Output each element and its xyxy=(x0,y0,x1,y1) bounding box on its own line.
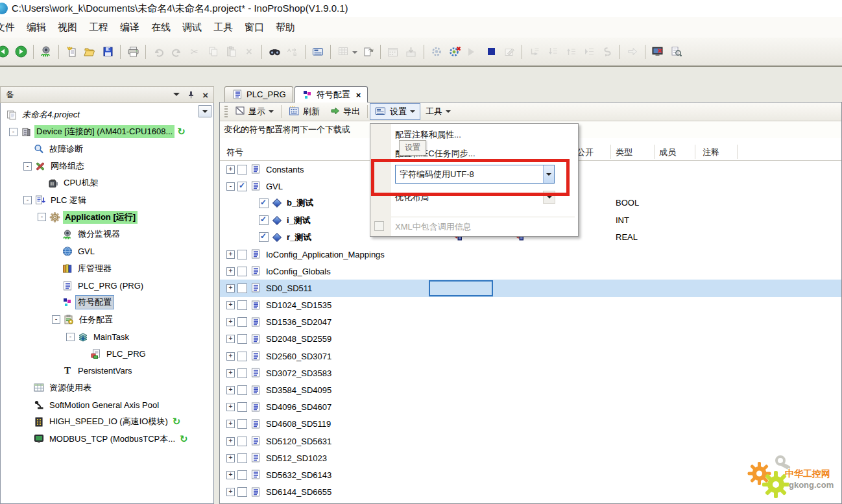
tree-node-persistentvars[interactable]: TPersistentVars xyxy=(1,362,213,379)
collapse-expander-icon[interactable]: - xyxy=(52,315,60,324)
menu-item-6[interactable]: 在线 xyxy=(145,19,176,36)
tree-node-device-am401-cpu1608-[interactable]: -Device [连接的] (AM401-CPU1608...↻ xyxy=(1,123,213,140)
expand-icon[interactable]: + xyxy=(226,437,235,446)
symbol-checkbox[interactable] xyxy=(237,352,247,361)
symbol-checkbox[interactable] xyxy=(237,385,247,395)
logout-icon[interactable] xyxy=(446,43,463,60)
symbol-checkbox[interactable] xyxy=(237,317,247,327)
table-row[interactable]: +SD2048_SD2559 xyxy=(220,331,841,348)
symbol-checkbox[interactable] xyxy=(237,368,247,378)
tab-plc-prg[interactable]: PLC_PRG xyxy=(224,86,293,102)
tree-node--[interactable]: 故障诊断 xyxy=(1,141,213,158)
collapse-expander-icon[interactable]: - xyxy=(9,128,18,136)
symbol-checkbox[interactable] xyxy=(237,267,247,276)
table-row[interactable]: +SD3072_SD3583 xyxy=(220,365,841,381)
symbol-checkbox[interactable] xyxy=(237,334,247,344)
editor-toolbar-tools-button[interactable]: 工具 xyxy=(420,103,456,120)
pin-icon[interactable] xyxy=(187,91,195,99)
menu-item-5[interactable]: XML中包含调用信息 xyxy=(395,221,472,233)
symbol-checkbox[interactable] xyxy=(237,300,247,310)
device-trace-icon[interactable] xyxy=(38,43,54,60)
symbol-checkbox[interactable] xyxy=(237,487,247,497)
menu-item-2[interactable]: 编辑 xyxy=(21,19,52,36)
expand-icon[interactable]: + xyxy=(226,352,235,361)
table-row[interactable]: +SD3584_SD4095 xyxy=(220,381,841,398)
login-icon[interactable] xyxy=(428,43,445,60)
column-symbol[interactable]: 符号 xyxy=(226,147,243,158)
tree-node-cpu-[interactable]: CPU机架 xyxy=(1,174,213,191)
monitor-icon[interactable] xyxy=(649,43,666,60)
tree-dropdown-icon[interactable] xyxy=(198,105,211,117)
symbol-checkbox[interactable] xyxy=(237,453,247,463)
table-row[interactable]: +SD0_SD511 xyxy=(220,280,841,296)
symbol-checkbox[interactable] xyxy=(237,182,247,191)
editor-toolbar-refresh-button[interactable]: 刷新 xyxy=(283,103,325,120)
table-row[interactable]: +IoConfig_Globals xyxy=(220,263,841,280)
tree-node-plc-prg-prg-[interactable]: PLC_PRG (PRG) xyxy=(1,277,213,294)
menu-item-1[interactable]: 配置注释和属性... xyxy=(395,129,461,141)
menu-item-3[interactable]: 视图 xyxy=(52,19,83,36)
panel-menu-icon[interactable] xyxy=(173,90,180,99)
column-comment[interactable]: 注释 xyxy=(703,147,719,158)
expand-icon[interactable]: + xyxy=(226,335,235,343)
tree-node-maintask[interactable]: -MainTask xyxy=(1,328,213,345)
column-public[interactable]: 公开 xyxy=(577,147,594,158)
expand-icon[interactable]: + xyxy=(226,454,235,462)
symbol-checkbox[interactable] xyxy=(237,250,247,259)
tree-node--[interactable]: 微分监视器 xyxy=(1,226,213,243)
menu-item-7[interactable]: 调试 xyxy=(176,19,208,36)
export-doc-icon[interactable] xyxy=(359,43,376,60)
close-panel-icon[interactable]: × xyxy=(202,90,208,100)
table-row[interactable]: +SD4608_SD5119 xyxy=(220,416,841,433)
expand-icon[interactable]: + xyxy=(226,488,235,496)
table-row[interactable]: +SD2560_SD3071 xyxy=(220,348,841,365)
table-row[interactable]: +IoConfig_Application_Mappings xyxy=(220,246,841,263)
symbol-checkbox[interactable] xyxy=(259,198,269,208)
tree-node--[interactable]: 符号配置 xyxy=(1,294,213,311)
menu-item-4[interactable]: 工程 xyxy=(83,19,114,36)
tree-node-plc-[interactable]: -PLC 逻辑 xyxy=(1,191,213,208)
table-row[interactable]: +SD1024_SD1535 xyxy=(220,297,841,314)
menu-item-10[interactable]: 帮助 xyxy=(270,19,301,36)
editor-toolbar-export-button[interactable]: 导出 xyxy=(325,103,365,120)
tree-node--[interactable]: -任务配置 xyxy=(1,311,213,328)
symbol-checkbox[interactable] xyxy=(237,402,247,412)
close-tab-icon[interactable]: × xyxy=(356,90,361,100)
expand-icon[interactable]: + xyxy=(226,267,235,276)
tree-node-plc-prg[interactable]: PLC_PRG xyxy=(1,345,213,362)
tree-node-high-speed-io-io-[interactable]: HIGH_SPEED_IO (高速IO模块)↻ xyxy=(1,413,213,430)
menu-item-1[interactable]: 文件 xyxy=(0,19,21,36)
table-row[interactable]: +SD4096_SD4607 xyxy=(220,399,841,416)
expand-icon[interactable]: + xyxy=(226,250,235,259)
column-type[interactable]: 类型 xyxy=(616,147,632,158)
menu-item-9[interactable]: 窗口 xyxy=(239,19,270,36)
editor-toolbar-settings-button[interactable]: 设置 xyxy=(370,103,420,120)
collapse-expander-icon[interactable]: - xyxy=(23,196,32,204)
menu-item-8[interactable]: 工具 xyxy=(208,19,239,36)
stop-icon[interactable] xyxy=(483,43,499,60)
tree-node--[interactable]: 库管理器 xyxy=(1,260,213,277)
collapse-expander-icon[interactable]: - xyxy=(38,213,46,221)
symbol-checkbox[interactable] xyxy=(237,470,247,480)
expand-icon[interactable]: - xyxy=(226,182,235,191)
symbol-checkbox[interactable] xyxy=(237,165,247,174)
expand-icon[interactable]: + xyxy=(226,284,235,293)
symbol-checkbox[interactable] xyxy=(237,437,247,446)
expand-icon[interactable]: + xyxy=(226,301,235,309)
project-settings-icon[interactable] xyxy=(309,43,326,60)
editor-toolbar-show-button[interactable]: 显示 xyxy=(230,103,279,120)
symbol-checkbox[interactable] xyxy=(259,232,269,242)
new-file-icon[interactable] xyxy=(63,43,80,60)
tree-node-softmotion-general-axis-pool[interactable]: SoftMotion General Axis Pool xyxy=(1,396,213,413)
expand-icon[interactable]: + xyxy=(226,386,235,394)
expand-icon[interactable]: + xyxy=(226,318,235,326)
symbol-checkbox[interactable] xyxy=(237,419,247,429)
collapse-expander-icon[interactable]: - xyxy=(66,333,75,341)
expand-icon[interactable]: + xyxy=(226,369,235,378)
print-icon[interactable] xyxy=(125,43,141,60)
tree-node-gvl[interactable]: GVL xyxy=(1,243,213,259)
expand-icon[interactable]: + xyxy=(226,471,235,479)
tree-node-modbus-tcp-modbustcp-[interactable]: MODBUS_TCP (ModbusTCP本...↻ xyxy=(1,431,213,448)
expand-icon[interactable]: + xyxy=(226,420,235,428)
open-project-icon[interactable] xyxy=(81,43,98,60)
